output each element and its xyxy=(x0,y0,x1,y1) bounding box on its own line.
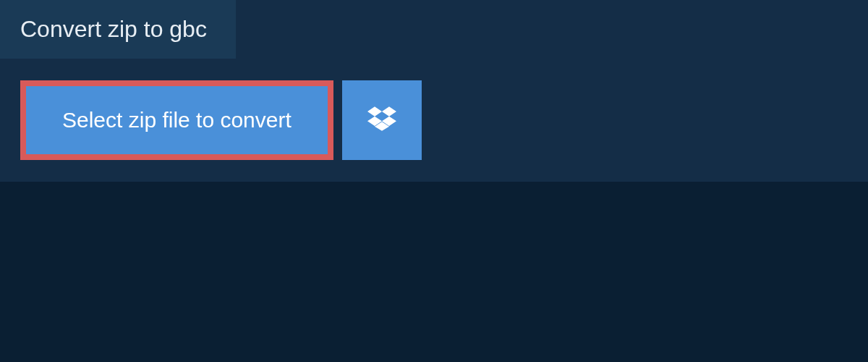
converter-panel: Convert zip to gbc Select zip file to co… xyxy=(0,0,868,182)
select-file-label: Select zip file to convert xyxy=(62,108,292,132)
select-file-button[interactable]: Select zip file to convert xyxy=(20,80,333,160)
dropbox-button[interactable] xyxy=(342,80,422,160)
action-row: Select zip file to convert xyxy=(20,80,868,160)
page-title: Convert zip to gbc xyxy=(20,16,207,42)
dropbox-icon xyxy=(367,104,396,136)
tab-header: Convert zip to gbc xyxy=(0,0,236,59)
